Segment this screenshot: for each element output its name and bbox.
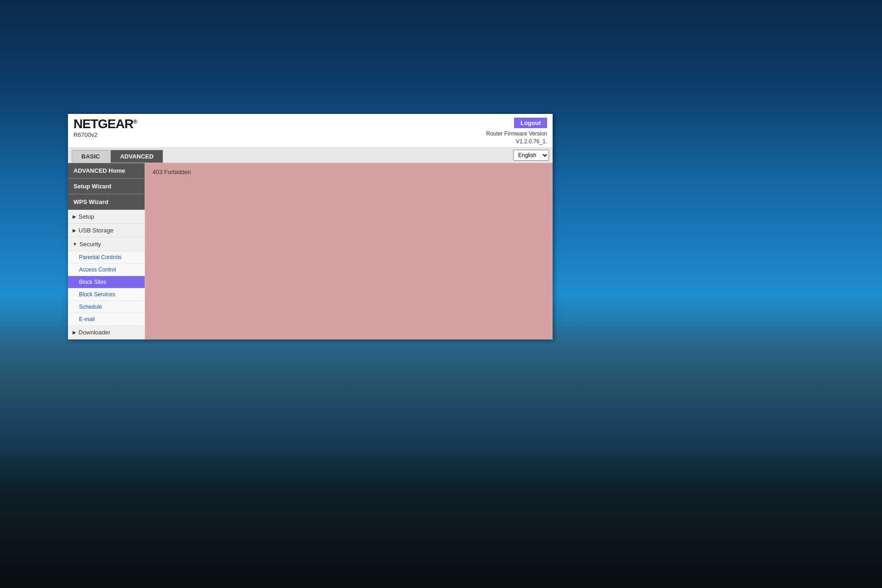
tab-basic[interactable]: BASIC: [72, 150, 109, 163]
arrow-usb: ▶: [73, 228, 76, 233]
arrow-security: ▼: [73, 242, 77, 247]
brand-model: R6700v2: [74, 131, 137, 138]
security-label: Security: [79, 241, 101, 248]
header-right: Logout Router Firmware Version V1.2.0.76…: [486, 118, 547, 146]
sidebar-section-security: ▼ Security Parental Controls Access Cont…: [68, 237, 145, 326]
sidebar-item-email[interactable]: E-mail: [68, 313, 145, 326]
forbidden-message: 403 Forbidden: [153, 169, 545, 175]
bg-road: [0, 450, 882, 588]
sidebar-item-block-sites[interactable]: Block Sites: [68, 276, 145, 288]
sidebar-section-usb: ▶ USB Storage: [68, 224, 145, 237]
sidebar-setup-wizard[interactable]: Setup Wizard: [68, 179, 145, 194]
sidebar-section-header-downloader[interactable]: ▶ Downloader: [68, 326, 145, 339]
ui-panel: NETGEAR® R6700v2 Logout Router Firmware …: [68, 114, 553, 339]
main-content: 403 Forbidden: [145, 163, 553, 339]
brand: NETGEAR® R6700v2: [74, 118, 137, 138]
sidebar-item-access-control[interactable]: Access Control: [68, 264, 145, 276]
arrow-setup: ▶: [73, 214, 76, 219]
firmware-info: Router Firmware Version V1.2.0.76_1.: [486, 130, 547, 146]
sidebar-section-downloader: ▶ Downloader: [68, 326, 145, 339]
header: NETGEAR® R6700v2 Logout Router Firmware …: [68, 114, 553, 148]
tabs-left: BASIC ADVANCED: [72, 150, 163, 163]
sidebar-advanced-home[interactable]: ADVANCED Home: [68, 163, 145, 179]
tab-bar: BASIC ADVANCED English French German Spa…: [68, 148, 553, 163]
setup-label: Setup: [79, 213, 94, 220]
tab-advanced[interactable]: ADVANCED: [110, 150, 163, 163]
sidebar-section-header-usb[interactable]: ▶ USB Storage: [68, 224, 145, 237]
arrow-downloader: ▶: [73, 330, 76, 335]
downloader-label: Downloader: [79, 329, 110, 336]
language-select[interactable]: English French German Spanish: [513, 150, 549, 161]
sidebar-section-setup: ▶ Setup: [68, 210, 145, 224]
sidebar-section-header-security[interactable]: ▼ Security: [68, 237, 145, 251]
sidebar-wps-wizard[interactable]: WPS Wizard: [68, 194, 145, 210]
sidebar-item-parental-controls[interactable]: Parental Controls: [68, 251, 145, 264]
sidebar: ADVANCED Home Setup Wizard WPS Wizard ▶ …: [68, 163, 145, 339]
layout: ADVANCED Home Setup Wizard WPS Wizard ▶ …: [68, 163, 553, 339]
logout-button[interactable]: Logout: [514, 118, 547, 128]
usb-label: USB Storage: [79, 227, 113, 234]
sidebar-section-header-setup[interactable]: ▶ Setup: [68, 210, 145, 224]
sidebar-item-schedule[interactable]: Schedule: [68, 301, 145, 313]
brand-name: NETGEAR®: [74, 118, 137, 130]
security-sub-items: Parental Controls Access Control Block S…: [68, 251, 145, 326]
sidebar-item-block-services[interactable]: Block Services: [68, 288, 145, 301]
